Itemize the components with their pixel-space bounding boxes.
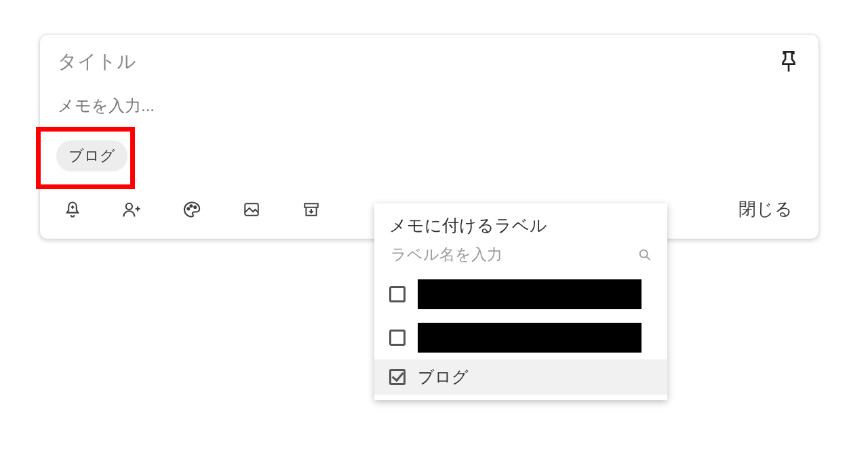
svg-line-12 bbox=[647, 256, 650, 260]
svg-point-8 bbox=[194, 205, 196, 207]
svg-point-3 bbox=[126, 203, 132, 209]
label-search-row bbox=[374, 245, 667, 273]
collaborator-button[interactable] bbox=[116, 193, 149, 226]
bell-plus-icon bbox=[63, 200, 82, 219]
label-option[interactable] bbox=[374, 316, 667, 359]
label-option-text: ブログ bbox=[418, 366, 469, 388]
title-row bbox=[56, 48, 802, 75]
reminder-button[interactable] bbox=[56, 193, 89, 226]
note-body-input[interactable] bbox=[56, 96, 802, 116]
svg-point-11 bbox=[640, 250, 648, 257]
label-option[interactable]: ブログ bbox=[374, 359, 667, 395]
image-button[interactable] bbox=[235, 193, 268, 226]
checkbox-unchecked-icon bbox=[389, 330, 406, 346]
label-popup: メモに付けるラベル ブログ bbox=[374, 203, 667, 400]
palette-icon bbox=[182, 200, 201, 219]
checkbox-unchecked-icon bbox=[389, 286, 406, 302]
image-icon bbox=[243, 201, 260, 218]
label-popup-title: メモに付けるラベル bbox=[374, 214, 667, 245]
color-button[interactable] bbox=[176, 193, 208, 226]
archive-icon bbox=[302, 201, 320, 218]
label-chip[interactable]: ブログ bbox=[56, 140, 127, 172]
redacted-label bbox=[418, 279, 642, 309]
pin-button[interactable] bbox=[775, 48, 802, 75]
search-icon bbox=[637, 247, 652, 262]
label-search-input[interactable] bbox=[389, 245, 637, 264]
label-option[interactable] bbox=[374, 273, 667, 316]
note-title-input[interactable] bbox=[56, 50, 775, 73]
checkbox-checked-icon bbox=[389, 369, 406, 385]
svg-point-7 bbox=[190, 205, 192, 207]
redacted-label bbox=[418, 323, 642, 353]
pin-icon bbox=[778, 50, 799, 73]
person-add-icon bbox=[122, 200, 142, 219]
close-button[interactable]: 閉じる bbox=[729, 192, 802, 226]
svg-rect-10 bbox=[304, 203, 318, 207]
svg-point-6 bbox=[187, 207, 189, 210]
label-chip-area: ブログ bbox=[56, 140, 802, 172]
archive-button[interactable] bbox=[295, 193, 328, 226]
